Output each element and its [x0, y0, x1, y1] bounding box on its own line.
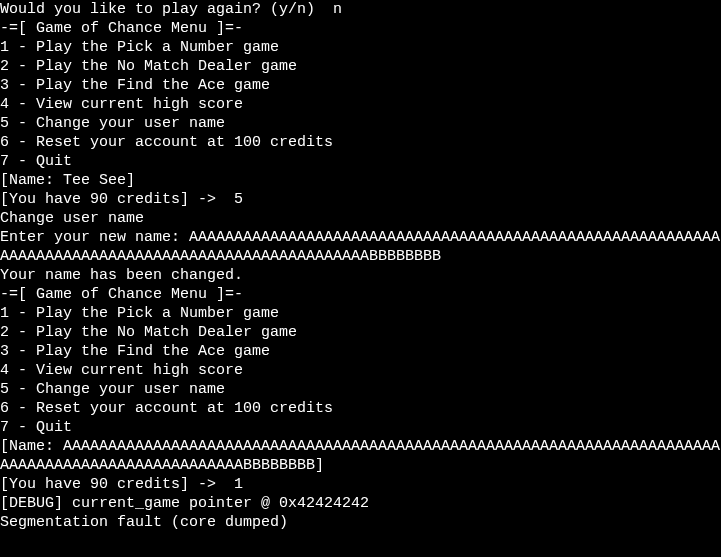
- terminal-line: Enter your new name: AAAAAAAAAAAAAAAAAAA…: [0, 228, 721, 266]
- terminal-line: 3 - Play the Find the Ace game: [0, 76, 721, 95]
- terminal-line: [DEBUG] current_game pointer @ 0x4242424…: [0, 494, 721, 513]
- terminal-line: 6 - Reset your account at 100 credits: [0, 133, 721, 152]
- terminal-line: Segmentation fault (core dumped): [0, 513, 721, 532]
- terminal-line: -=[ Game of Chance Menu ]=-: [0, 285, 721, 304]
- terminal-line: [Name: AAAAAAAAAAAAAAAAAAAAAAAAAAAAAAAAA…: [0, 437, 721, 475]
- terminal-line: 1 - Play the Pick a Number game: [0, 38, 721, 57]
- terminal-line: 6 - Reset your account at 100 credits: [0, 399, 721, 418]
- terminal-line: Your name has been changed.: [0, 266, 721, 285]
- terminal-line: [You have 90 credits] -> 1: [0, 475, 721, 494]
- terminal-line: 1 - Play the Pick a Number game: [0, 304, 721, 323]
- terminal-line: 5 - Change your user name: [0, 114, 721, 133]
- terminal-line: 4 - View current high score: [0, 361, 721, 380]
- terminal-line: 3 - Play the Find the Ace game: [0, 342, 721, 361]
- terminal-line: Change user name: [0, 209, 721, 228]
- terminal-line: 7 - Quit: [0, 418, 721, 437]
- terminal-line: 2 - Play the No Match Dealer game: [0, 57, 721, 76]
- terminal-line: 7 - Quit: [0, 152, 721, 171]
- terminal-line: -=[ Game of Chance Menu ]=-: [0, 19, 721, 38]
- terminal-output[interactable]: Would you like to play again? (y/n) n-=[…: [0, 0, 721, 532]
- terminal-line: Would you like to play again? (y/n) n: [0, 0, 721, 19]
- terminal-line: 4 - View current high score: [0, 95, 721, 114]
- terminal-line: 5 - Change your user name: [0, 380, 721, 399]
- terminal-line: 2 - Play the No Match Dealer game: [0, 323, 721, 342]
- terminal-line: [Name: Tee See]: [0, 171, 721, 190]
- terminal-line: [You have 90 credits] -> 5: [0, 190, 721, 209]
